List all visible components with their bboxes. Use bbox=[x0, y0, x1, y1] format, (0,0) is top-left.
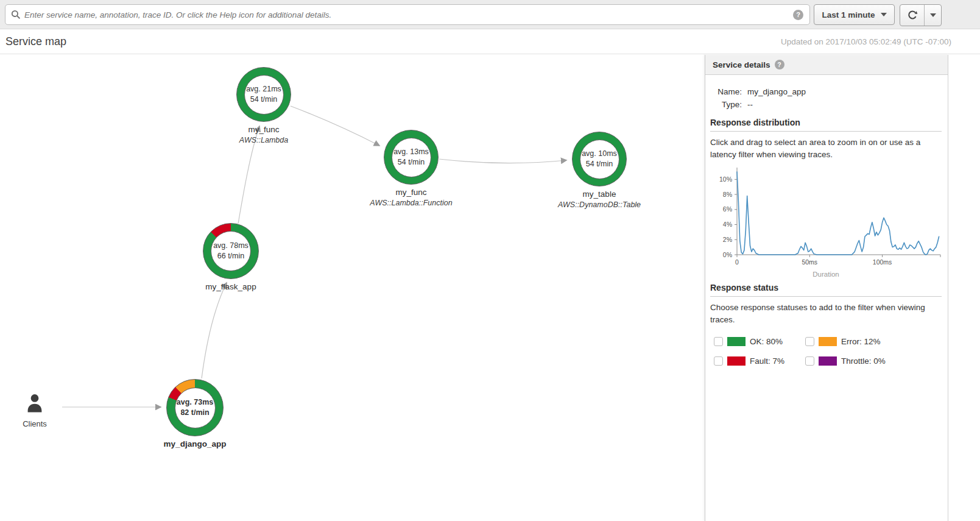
status-item-ok: OK: 80% bbox=[714, 337, 805, 346]
top-search-bar: ? Last 1 minute bbox=[0, 0, 980, 29]
svg-text:6%: 6% bbox=[723, 205, 732, 213]
service-node-my-func-function[interactable]: avg. 13ms 54 t/min my_func AWS::Lambda::… bbox=[362, 130, 460, 207]
name-value: my_django_app bbox=[747, 87, 806, 96]
svg-text:2%: 2% bbox=[723, 236, 732, 243]
node-avg-latency: avg. 10ms bbox=[582, 149, 617, 159]
refresh-icon bbox=[907, 10, 918, 21]
page-title: Service map bbox=[5, 35, 66, 48]
throttle-label: Throttle: 0% bbox=[841, 356, 886, 366]
response-distribution-heading: Response distribution bbox=[710, 118, 942, 132]
node-rate: 82 t/min bbox=[180, 408, 209, 418]
service-map-edges bbox=[0, 55, 705, 521]
node-type: AWS::DynamoDB::Table bbox=[551, 200, 648, 209]
node-avg-latency: avg. 13ms bbox=[393, 147, 429, 157]
help-icon[interactable]: ? bbox=[793, 10, 803, 20]
search-input[interactable] bbox=[21, 10, 793, 19]
service-ring: avg. 10ms 54 t/min bbox=[572, 132, 627, 186]
service-details-panel: Service details ? Name: my_django_app Ty… bbox=[705, 55, 948, 521]
refresh-split-button bbox=[900, 4, 942, 26]
time-range-button[interactable]: Last 1 minute bbox=[814, 4, 895, 25]
search-icon bbox=[11, 10, 21, 19]
node-name: my_flask_app bbox=[182, 282, 280, 291]
service-ring: avg. 13ms 54 t/min bbox=[384, 130, 439, 185]
node-name: my_func bbox=[362, 188, 460, 197]
fault-color-swatch bbox=[727, 356, 746, 366]
service-map-canvas[interactable]: Clients avg. 21ms 54 t/min my_func AWS::… bbox=[0, 55, 705, 521]
node-avg-latency: avg. 73ms bbox=[177, 397, 213, 408]
node-name: my_func bbox=[215, 125, 312, 134]
svg-text:10%: 10% bbox=[719, 175, 732, 183]
search-field-container: ? bbox=[5, 4, 810, 25]
service-details-title: Service details bbox=[713, 60, 770, 69]
svg-text:8%: 8% bbox=[723, 191, 732, 198]
svg-text:0: 0 bbox=[735, 258, 739, 266]
chevron-down-icon bbox=[881, 13, 887, 16]
service-node-my-django-app[interactable]: avg. 73ms 82 t/min my_django_app bbox=[146, 379, 244, 450]
response-status-heading: Response status bbox=[710, 283, 942, 297]
svg-text:50ms: 50ms bbox=[802, 258, 817, 266]
node-rate: 66 t/min bbox=[217, 251, 244, 261]
clients-label: Clients bbox=[0, 419, 83, 428]
edge-django-to-flask bbox=[202, 283, 227, 378]
help-icon[interactable]: ? bbox=[775, 60, 784, 69]
response-distribution-help: Click and drag to select an area to zoom… bbox=[710, 136, 942, 161]
service-details-header: Service details ? bbox=[705, 55, 948, 75]
service-ring: avg. 21ms 54 t/min bbox=[236, 67, 291, 122]
status-item-error: Error: 12% bbox=[805, 337, 897, 346]
service-name-row: Name: my_django_app bbox=[710, 87, 942, 96]
svg-text:0%: 0% bbox=[723, 251, 732, 258]
service-type-row: Type: -- bbox=[710, 100, 942, 109]
chevron-down-icon bbox=[930, 13, 936, 17]
node-rate: 54 t/min bbox=[398, 157, 425, 168]
node-type: AWS::Lambda::Function bbox=[362, 199, 460, 207]
name-label: Name: bbox=[710, 87, 742, 96]
response-distribution-chart[interactable]: 0%2%4%6%8%10%050ms100ms Duration bbox=[710, 165, 942, 278]
throttle-checkbox[interactable] bbox=[805, 356, 814, 366]
status-item-throttle: Throttle: 0% bbox=[805, 356, 897, 366]
distribution-line-chart: 0%2%4%6%8%10%050ms100ms bbox=[710, 165, 944, 273]
service-ring: avg. 78ms 66 t/min bbox=[203, 223, 259, 279]
status-item-fault: Fault: 7% bbox=[714, 356, 805, 366]
node-name: my_django_app bbox=[146, 439, 244, 448]
node-rate: 54 t/min bbox=[250, 94, 277, 105]
person-icon bbox=[23, 392, 46, 415]
updated-timestamp: Updated on 2017/10/03 05:02:49 (UTC -07:… bbox=[781, 37, 951, 46]
service-ring: avg. 73ms 82 t/min bbox=[166, 379, 224, 436]
service-node-my-table[interactable]: avg. 10ms 54 t/min my_table AWS::DynamoD… bbox=[551, 132, 648, 209]
refresh-button[interactable] bbox=[900, 5, 925, 26]
error-color-swatch bbox=[819, 337, 837, 346]
svg-text:100ms: 100ms bbox=[873, 258, 892, 266]
type-label: Type: bbox=[710, 100, 742, 109]
response-status-help: Choose response statuses to add to the f… bbox=[710, 302, 942, 326]
refresh-options-button[interactable] bbox=[925, 5, 941, 26]
service-node-my-flask-app[interactable]: avg. 78ms 66 t/min my_flask_app bbox=[182, 223, 280, 293]
time-range-label: Last 1 minute bbox=[822, 10, 875, 19]
node-type: AWS::Lambda bbox=[215, 136, 312, 144]
error-checkbox[interactable] bbox=[805, 337, 814, 346]
fault-checkbox[interactable] bbox=[714, 356, 723, 366]
fault-label: Fault: 7% bbox=[750, 356, 784, 366]
ok-checkbox[interactable] bbox=[714, 337, 723, 346]
ok-label: OK: 80% bbox=[750, 337, 783, 346]
node-avg-latency: avg. 78ms bbox=[213, 241, 249, 251]
xray-service-map-page: ? Last 1 minute Service map Updated on 2… bbox=[0, 0, 980, 521]
error-label: Error: 12% bbox=[841, 337, 881, 346]
node-name: my_table bbox=[551, 190, 648, 199]
node-avg-latency: avg. 21ms bbox=[246, 84, 281, 94]
throttle-color-swatch bbox=[819, 356, 837, 366]
node-rate: 54 t/min bbox=[586, 159, 613, 169]
svg-text:4%: 4% bbox=[723, 221, 732, 228]
clients-node[interactable]: Clients bbox=[0, 392, 83, 428]
response-status-filters: OK: 80% Error: 12% Fault: 7% Throttle: 0… bbox=[714, 337, 942, 366]
service-node-my-func-lambda[interactable]: avg. 21ms 54 t/min my_func AWS::Lambda bbox=[215, 67, 312, 144]
type-value: -- bbox=[747, 100, 753, 109]
page-header: Service map Updated on 2017/10/03 05:02:… bbox=[0, 29, 980, 54]
ok-color-swatch bbox=[727, 337, 746, 346]
